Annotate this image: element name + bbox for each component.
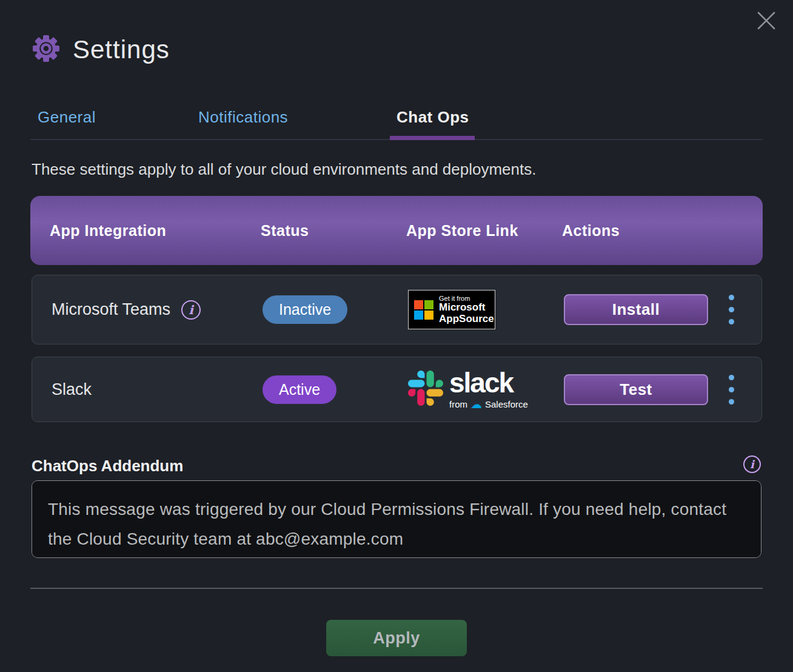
install-button[interactable]: Install <box>564 294 708 325</box>
slack-store-link[interactable]: slack from ☁ Salesforce <box>408 369 564 410</box>
addendum-textarea[interactable]: This message was triggered by our Cloud … <box>32 480 761 558</box>
column-header-actions: Actions <box>562 222 763 240</box>
table-row-slack: Slack Active slack from <box>32 357 762 422</box>
gear-icon <box>32 34 61 66</box>
tab-general[interactable]: General <box>38 108 96 127</box>
microsoft-appsource-link[interactable]: Get it from Microsoft AppSource <box>408 290 495 329</box>
slack-sub-brand: Salesforce <box>485 399 528 409</box>
kebab-menu-icon[interactable] <box>726 372 737 407</box>
appsource-brand: Microsoft <box>439 302 494 314</box>
column-header-status: Status <box>261 222 406 240</box>
column-header-app-integration: App Integration <box>50 222 261 240</box>
footer-divider <box>30 588 763 589</box>
integration-name: Slack <box>52 380 92 399</box>
status-badge: Active <box>263 375 336 404</box>
table-header: App Integration Status App Store Link Ac… <box>30 196 763 265</box>
apply-button[interactable]: Apply <box>326 620 467 656</box>
addendum-label: ChatOps Addendum <box>32 457 183 475</box>
slack-sub-prefix: from <box>449 399 467 409</box>
settings-description: These settings apply to all of your clou… <box>32 160 536 179</box>
close-icon[interactable] <box>754 8 778 33</box>
info-icon[interactable]: i <box>181 300 201 320</box>
page-title: Settings <box>73 35 170 64</box>
status-badge: Inactive <box>263 295 347 324</box>
table-row-microsoft-teams: Microsoft Teams i Inactive Get it from M… <box>32 275 762 344</box>
addendum-info-icon[interactable]: i <box>743 455 761 473</box>
tab-bar: General Notifications Chat Ops <box>30 103 763 140</box>
microsoft-logo-icon <box>414 300 433 320</box>
active-tab-indicator <box>390 136 475 140</box>
kebab-menu-icon[interactable] <box>726 292 737 327</box>
slack-logo-icon <box>408 371 443 408</box>
test-button[interactable]: Test <box>564 374 708 405</box>
column-header-app-store-link: App Store Link <box>406 222 562 240</box>
dialog-header: Settings <box>32 34 170 66</box>
slack-wordmark: slack <box>449 369 528 397</box>
tab-notifications[interactable]: Notifications <box>198 108 288 127</box>
integration-name: Microsoft Teams <box>52 300 170 319</box>
appsource-product: AppSource <box>439 314 494 325</box>
tab-chat-ops[interactable]: Chat Ops <box>396 108 469 127</box>
salesforce-cloud-icon: ☁ <box>470 398 482 410</box>
